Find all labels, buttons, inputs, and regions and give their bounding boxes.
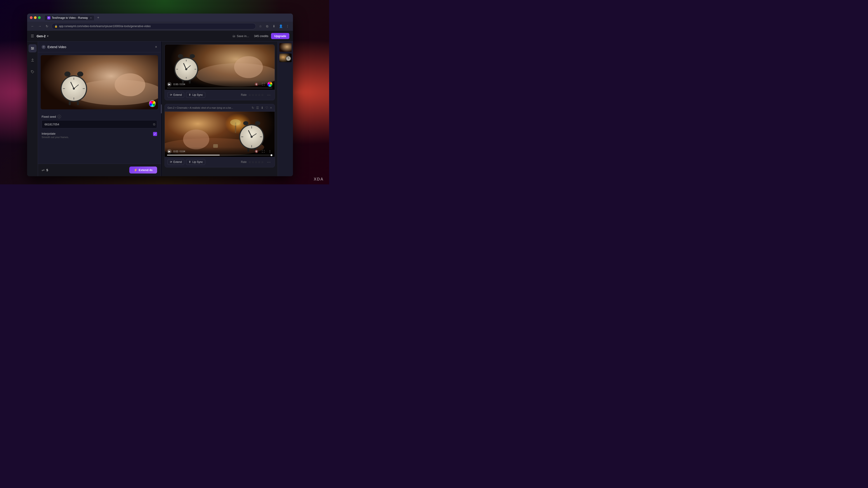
app-header-inner: ☰ Gen-2 ▾ 🗂 Save in... 345 credits Upgra… [31,33,289,39]
progress-bar-2[interactable] [167,155,272,156]
volume-btn-1[interactable]: 🔇 [254,82,259,87]
forward-btn[interactable]: → [37,24,42,29]
star-2-2[interactable]: ☆ [252,160,254,164]
panel-close-btn[interactable]: × [155,45,157,49]
more-btn-2[interactable]: ⋯ [266,160,272,165]
menu-btn[interactable]: ⋮ [285,24,290,29]
play-btn-1[interactable]: ▶ [167,82,172,87]
color-wheel-sm-1[interactable] [268,82,272,87]
svg-point-56 [251,136,253,138]
star-1-4[interactable]: ☆ [258,93,260,97]
panel-footer: ⇌ 5 ⚡ Extend 4s [38,164,161,176]
video-card-1: ▶ 0:00 / 0:04 🔇 ⛶ [164,44,275,100]
rate-label-1: Rate [241,93,247,96]
lip-sync-icon-2: 🎙 [188,160,191,164]
sidebar-icon-arrow[interactable] [29,56,37,64]
action-left-2: ⟳ Extend 🎙 Lip Sync [167,159,205,165]
interpolate-checkbox[interactable]: ✓ [153,132,157,136]
svg-point-47 [255,121,260,125]
star-btn[interactable]: ☆ [258,24,263,29]
gen2-label[interactable]: Gen-2 ▾ [37,34,49,38]
credits-badge: 345 credits [254,34,269,38]
save-icon: 🗂 [232,34,235,38]
action-left-1: ⟳ Extend 🎙 Lip Sync [167,92,205,98]
controls-row-2: ▶ 0:02 / 0:04 🔇 ⛶ ⋮ [167,149,272,154]
star-1-2[interactable]: ☆ [252,93,254,97]
download-icon-2[interactable]: ⬇ [261,106,264,109]
star-2-3[interactable]: ☆ [255,160,257,164]
volume-btn-2[interactable]: 🔇 [254,149,259,154]
panel-header: ⟳ Extend Video × [38,41,161,53]
close-window-btn[interactable] [30,16,33,19]
window-controls [30,16,41,19]
seed-input[interactable] [41,120,157,128]
save-in-btn[interactable]: 🗂 Save in... [230,33,251,39]
profile-btn[interactable]: 👤 [278,24,283,29]
tab-close-btn[interactable]: × [90,17,92,19]
sidebar-icons [27,41,38,176]
fixed-seed-row: Fixed seed i ⧉ [41,115,157,128]
extend-4s-btn[interactable]: ⚡ Extend 4s [129,166,157,173]
video-controls-1: ▶ 0:00 / 0:04 🔇 ⛶ [165,80,275,90]
video-player-2: ▶ 0:02 / 0:04 🔇 ⛶ ⋮ [165,111,275,157]
color-wheel-icon[interactable] [149,100,156,107]
meta-text-2: Gen-2 • Cinematic • A realistic shot of … [167,106,233,109]
action-right-2: Rate ☆ ☆ ☆ ☆ ☆ ⋯ [241,160,272,165]
star-2-1[interactable]: ☆ [248,160,251,164]
hamburger-btn[interactable]: ☰ [31,34,34,38]
gen2-text: Gen-2 [37,34,46,38]
time-display-1: 0:00 / 0:04 [174,83,185,86]
progress-bar-1[interactable] [167,88,272,88]
lip-sync-icon-1: 🎙 [188,93,191,96]
thumbnail-2[interactable] [279,53,292,62]
svg-point-42 [183,129,209,149]
new-tab-btn[interactable]: + [95,15,101,20]
svg-rect-60 [279,43,292,52]
video-player-1: ▶ 0:00 / 0:04 🔇 ⛶ [165,44,275,90]
lip-sync-btn-1[interactable]: 🎙 Lip Sync [186,92,205,98]
close-icon-2[interactable]: × [270,106,272,109]
reload-btn[interactable]: ↻ [44,24,50,29]
svg-point-11 [64,72,70,77]
star-1-5[interactable]: ☆ [261,93,264,97]
upgrade-btn[interactable]: Upgrade [271,33,289,39]
star-1-1[interactable]: ☆ [248,93,251,97]
address-text: app.runwayml.com/video-tools/teams/rpius… [59,25,151,28]
sidebar-icon-sliders[interactable] [29,44,37,53]
list-icon[interactable]: ☰ [256,106,259,109]
fullscreen-btn-1[interactable]: ⛶ [260,82,266,87]
star-2-4[interactable]: ☆ [258,160,260,164]
svg-point-26 [234,56,263,78]
fullscreen-btn-2[interactable]: ⛶ [260,149,266,154]
star-2-5[interactable]: ☆ [261,160,264,164]
refresh-icon[interactable]: ↻ [252,106,254,109]
more-btn-1[interactable]: ⋯ [266,92,272,98]
play-btn-2[interactable]: ▶ [167,149,172,154]
extend-btn-card-2[interactable]: ⟳ Extend [167,159,184,165]
interpolate-row: Interpolate Smooth out your frames. ✓ [41,132,157,138]
left-panel: ⟳ Extend Video × [38,41,161,176]
seed-copy-btn[interactable]: ⧉ [153,123,155,126]
back-btn[interactable]: ← [30,24,35,29]
address-bar[interactable]: 🔒 app.runwayml.com/video-tools/teams/rpi… [52,23,256,29]
maximize-window-btn[interactable] [38,16,41,19]
svg-point-46 [243,121,248,125]
extensions-btn[interactable]: ⧉ [265,24,270,29]
browser-addressbar: ← → ↻ 🔒 app.runwayml.com/video-tools/tea… [27,22,293,31]
more-ctrl-btn-2[interactable]: ⋮ [268,149,272,154]
extend-btn-card-1[interactable]: ⟳ Extend [167,92,184,98]
browser-actions: ☆ ⧉ ⬇ 👤 ⋮ [258,24,290,29]
heart-icon[interactable]: ♡ [266,106,268,109]
lip-sync-btn-2[interactable]: 🎙 Lip Sync [186,159,205,165]
star-1-3[interactable]: ☆ [255,93,257,97]
controls-row-1: ▶ 0:00 / 0:04 🔇 ⛶ [167,82,272,87]
active-tab[interactable]: R Text/Image to Video - Runway × [44,15,94,20]
extend-btn-label: Extend 4s [139,168,153,172]
browser-titlebar: R Text/Image to Video - Runway × + [27,13,293,22]
thumbnail-1[interactable] [279,43,292,52]
download-btn[interactable]: ⬇ [271,24,277,29]
seed-info-btn[interactable]: i [57,115,61,119]
sidebar-icon-tag[interactable] [29,68,37,76]
stars-1: ☆ ☆ ☆ ☆ ☆ [248,93,264,97]
minimize-window-btn[interactable] [34,16,37,19]
